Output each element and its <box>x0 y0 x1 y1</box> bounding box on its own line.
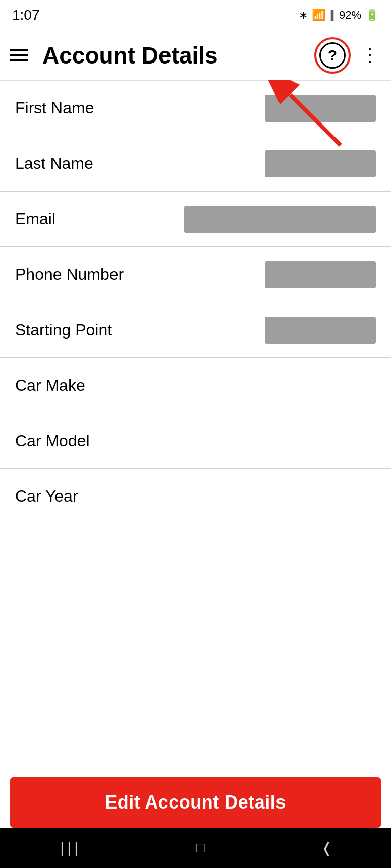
car-model-row[interactable]: Car Model <box>0 413 391 469</box>
nav-bar: ∣∣∣ □ ❬ <box>0 828 391 868</box>
edit-button-label: Edit Account Details <box>105 792 286 813</box>
starting-point-row[interactable]: Starting Point <box>0 302 391 358</box>
first-name-row[interactable]: First Name <box>0 81 391 136</box>
hamburger-line <box>10 59 28 61</box>
email-value <box>184 206 376 233</box>
help-button-inner: ? <box>319 42 346 69</box>
wifi-icon: 📶 <box>312 9 325 22</box>
more-options-button[interactable]: ⋮ <box>359 45 381 66</box>
question-mark-icon: ? <box>328 47 337 64</box>
last-name-label: Last Name <box>15 154 93 173</box>
car-make-row[interactable]: Car Make <box>0 358 391 413</box>
battery-percent: 92% <box>339 9 361 22</box>
edit-account-details-button[interactable]: Edit Account Details <box>10 777 381 828</box>
battery-icon: 🔋 <box>365 9 379 22</box>
phone-number-value <box>265 261 376 288</box>
car-make-label: Car Make <box>15 376 85 395</box>
starting-point-label: Starting Point <box>15 321 112 339</box>
phone-number-row[interactable]: Phone Number <box>0 247 391 302</box>
phone-number-label: Phone Number <box>15 265 124 284</box>
form-list: First Name Last Name Email Phone Number … <box>0 81 391 524</box>
last-name-value <box>265 150 376 177</box>
edit-button-container: Edit Account Details <box>10 777 381 828</box>
nav-back-icon[interactable]: ❬ <box>321 840 332 856</box>
page-title: Account Details <box>42 42 314 69</box>
email-label: Email <box>15 210 55 228</box>
car-year-row[interactable]: Car Year <box>0 469 391 524</box>
help-button[interactable]: ? <box>314 37 351 74</box>
status-bar: 1:07 ∗ 📶 ‖ 92% 🔋 <box>0 0 391 30</box>
starting-point-value <box>265 317 376 344</box>
car-model-label: Car Model <box>15 431 90 450</box>
hamburger-line <box>10 49 28 51</box>
nav-home-icon[interactable]: □ <box>196 840 205 856</box>
email-row[interactable]: Email <box>0 192 391 247</box>
first-name-label: First Name <box>15 99 94 117</box>
hamburger-line <box>10 54 28 56</box>
app-bar: Account Details ? ⋮ <box>0 30 391 81</box>
car-year-label: Car Year <box>15 487 78 506</box>
signal-icon: ‖ <box>329 9 335 22</box>
hamburger-menu-button[interactable] <box>10 44 32 67</box>
nav-recent-apps-icon[interactable]: ∣∣∣ <box>59 840 80 856</box>
first-name-value <box>265 95 376 122</box>
status-time: 1:07 <box>12 7 40 23</box>
status-icons: ∗ 📶 ‖ 92% 🔋 <box>299 9 379 22</box>
bluetooth-icon: ∗ <box>299 9 308 22</box>
last-name-row[interactable]: Last Name <box>0 136 391 192</box>
